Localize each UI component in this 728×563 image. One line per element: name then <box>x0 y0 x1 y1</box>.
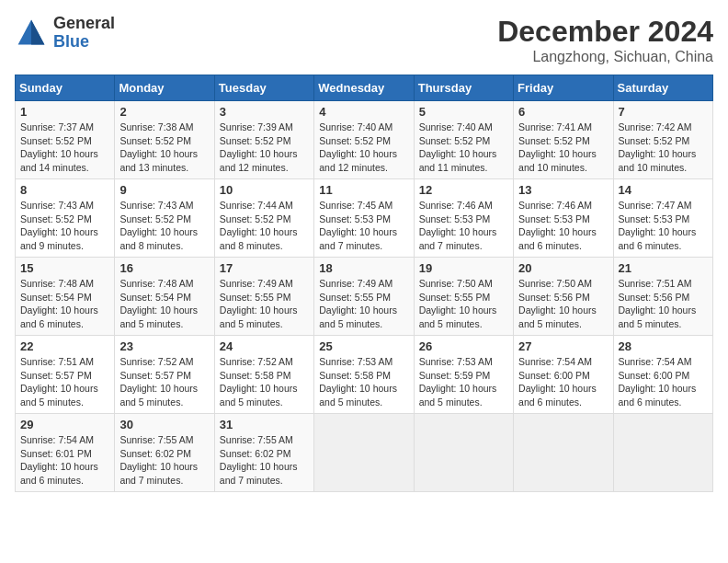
day-detail: Sunrise: 7:55 AMSunset: 6:02 PMDaylight:… <box>220 434 298 486</box>
day-number: 11 <box>319 183 408 197</box>
calendar-week-row: 8 Sunrise: 7:43 AMSunset: 5:52 PMDayligh… <box>16 179 713 258</box>
day-number: 23 <box>119 339 209 353</box>
day-number: 4 <box>319 105 408 119</box>
day-number: 16 <box>119 261 209 275</box>
calendar-cell: 12 Sunrise: 7:46 AMSunset: 5:53 PMDaylig… <box>414 179 513 258</box>
weekday-header-tuesday: Tuesday <box>214 75 313 101</box>
day-number: 19 <box>419 261 508 275</box>
day-detail: Sunrise: 7:40 AMSunset: 5:52 PMDaylight:… <box>319 121 397 173</box>
day-number: 22 <box>20 339 109 353</box>
calendar-cell: 21 Sunrise: 7:51 AMSunset: 5:56 PMDaylig… <box>613 258 712 336</box>
day-detail: Sunrise: 7:52 AMSunset: 5:57 PMDaylight:… <box>119 356 198 408</box>
calendar-cell: 29 Sunrise: 7:54 AMSunset: 6:01 PMDaylig… <box>16 414 115 492</box>
day-number: 14 <box>619 183 708 197</box>
day-detail: Sunrise: 7:45 AMSunset: 5:53 PMDaylight:… <box>319 200 397 251</box>
calendar-cell: 24 Sunrise: 7:52 AMSunset: 5:58 PMDaylig… <box>214 336 313 414</box>
day-detail: Sunrise: 7:40 AMSunset: 5:52 PMDaylight:… <box>419 121 497 173</box>
calendar-cell: 3 Sunrise: 7:39 AMSunset: 5:52 PMDayligh… <box>214 101 313 179</box>
day-detail: Sunrise: 7:41 AMSunset: 5:52 PMDaylight:… <box>518 121 597 173</box>
calendar-cell: 25 Sunrise: 7:53 AMSunset: 5:58 PMDaylig… <box>314 336 414 414</box>
calendar-cell: 10 Sunrise: 7:44 AMSunset: 5:52 PMDaylig… <box>214 179 313 258</box>
calendar-cell <box>613 414 712 492</box>
calendar-cell: 27 Sunrise: 7:54 AMSunset: 6:00 PMDaylig… <box>514 336 613 414</box>
day-detail: Sunrise: 7:48 AMSunset: 5:54 PMDaylight:… <box>119 278 198 329</box>
day-number: 30 <box>119 418 209 431</box>
calendar-cell: 18 Sunrise: 7:49 AMSunset: 5:55 PMDaylig… <box>314 258 414 336</box>
calendar-table: SundayMondayTuesdayWednesdayThursdayFrid… <box>15 75 713 492</box>
day-number: 2 <box>119 105 209 119</box>
calendar-cell: 16 Sunrise: 7:48 AMSunset: 5:54 PMDaylig… <box>115 258 214 336</box>
day-detail: Sunrise: 7:54 AMSunset: 6:00 PMDaylight:… <box>518 356 597 408</box>
calendar-cell: 20 Sunrise: 7:50 AMSunset: 5:56 PMDaylig… <box>514 258 613 336</box>
weekday-header-saturday: Saturday <box>613 75 712 101</box>
day-number: 17 <box>220 261 309 275</box>
day-detail: Sunrise: 7:53 AMSunset: 5:58 PMDaylight:… <box>319 356 397 408</box>
calendar-cell: 30 Sunrise: 7:55 AMSunset: 6:02 PMDaylig… <box>115 414 214 492</box>
day-detail: Sunrise: 7:50 AMSunset: 5:56 PMDaylight:… <box>518 278 597 329</box>
calendar-header-row: SundayMondayTuesdayWednesdayThursdayFrid… <box>16 75 713 101</box>
calendar-cell: 26 Sunrise: 7:53 AMSunset: 5:59 PMDaylig… <box>414 336 513 414</box>
day-detail: Sunrise: 7:53 AMSunset: 5:59 PMDaylight:… <box>419 356 497 408</box>
day-detail: Sunrise: 7:50 AMSunset: 5:55 PMDaylight:… <box>419 278 497 329</box>
day-number: 9 <box>119 183 209 197</box>
day-number: 5 <box>419 105 508 119</box>
calendar-cell: 7 Sunrise: 7:42 AMSunset: 5:52 PMDayligh… <box>613 101 712 179</box>
day-number: 27 <box>518 339 608 353</box>
day-detail: Sunrise: 7:38 AMSunset: 5:52 PMDaylight:… <box>119 121 198 173</box>
month-title: December 2024 <box>497 15 713 49</box>
day-detail: Sunrise: 7:49 AMSunset: 5:55 PMDaylight:… <box>319 278 397 329</box>
day-detail: Sunrise: 7:43 AMSunset: 5:52 PMDaylight:… <box>119 200 198 251</box>
day-number: 13 <box>518 183 608 197</box>
day-detail: Sunrise: 7:46 AMSunset: 5:53 PMDaylight:… <box>419 200 497 251</box>
calendar-cell: 4 Sunrise: 7:40 AMSunset: 5:52 PMDayligh… <box>314 101 414 179</box>
calendar-cell: 9 Sunrise: 7:43 AMSunset: 5:52 PMDayligh… <box>115 179 214 258</box>
calendar-cell <box>314 414 414 492</box>
day-number: 25 <box>319 339 408 353</box>
weekday-header-wednesday: Wednesday <box>314 75 414 101</box>
calendar-cell: 19 Sunrise: 7:50 AMSunset: 5:55 PMDaylig… <box>414 258 513 336</box>
day-number: 18 <box>319 261 408 275</box>
calendar-cell: 14 Sunrise: 7:47 AMSunset: 5:53 PMDaylig… <box>613 179 712 258</box>
day-detail: Sunrise: 7:39 AMSunset: 5:52 PMDaylight:… <box>220 121 298 173</box>
calendar-cell: 28 Sunrise: 7:54 AMSunset: 6:00 PMDaylig… <box>613 336 712 414</box>
calendar-cell: 8 Sunrise: 7:43 AMSunset: 5:52 PMDayligh… <box>16 179 115 258</box>
weekday-header-thursday: Thursday <box>414 75 513 101</box>
day-number: 8 <box>20 183 109 197</box>
calendar-week-row: 1 Sunrise: 7:37 AMSunset: 5:52 PMDayligh… <box>16 101 713 179</box>
day-number: 20 <box>518 261 608 275</box>
calendar-cell: 1 Sunrise: 7:37 AMSunset: 5:52 PMDayligh… <box>16 101 115 179</box>
calendar-cell <box>514 414 613 492</box>
logo-text: General Blue <box>53 15 115 52</box>
day-detail: Sunrise: 7:37 AMSunset: 5:52 PMDaylight:… <box>20 121 98 173</box>
calendar-week-row: 29 Sunrise: 7:54 AMSunset: 6:01 PMDaylig… <box>16 414 713 492</box>
logo-general: General <box>53 15 115 33</box>
calendar-cell: 22 Sunrise: 7:51 AMSunset: 5:57 PMDaylig… <box>16 336 115 414</box>
day-detail: Sunrise: 7:43 AMSunset: 5:52 PMDaylight:… <box>20 200 98 251</box>
calendar-cell: 23 Sunrise: 7:52 AMSunset: 5:57 PMDaylig… <box>115 336 214 414</box>
day-number: 7 <box>619 105 708 119</box>
weekday-header-monday: Monday <box>115 75 214 101</box>
weekday-header-sunday: Sunday <box>16 75 115 101</box>
day-number: 3 <box>220 105 309 119</box>
day-number: 29 <box>20 418 109 431</box>
day-number: 26 <box>419 339 508 353</box>
page-header: General Blue December 2024 Langzhong, Si… <box>15 15 713 65</box>
day-number: 24 <box>220 339 309 353</box>
calendar-week-row: 22 Sunrise: 7:51 AMSunset: 5:57 PMDaylig… <box>16 336 713 414</box>
calendar-cell: 15 Sunrise: 7:48 AMSunset: 5:54 PMDaylig… <box>16 258 115 336</box>
day-detail: Sunrise: 7:52 AMSunset: 5:58 PMDaylight:… <box>220 356 298 408</box>
location-title: Langzhong, Sichuan, China <box>497 49 713 65</box>
day-detail: Sunrise: 7:51 AMSunset: 5:56 PMDaylight:… <box>619 278 697 329</box>
day-number: 1 <box>20 105 109 119</box>
calendar-cell: 17 Sunrise: 7:49 AMSunset: 5:55 PMDaylig… <box>214 258 313 336</box>
day-detail: Sunrise: 7:49 AMSunset: 5:55 PMDaylight:… <box>220 278 298 329</box>
day-detail: Sunrise: 7:47 AMSunset: 5:53 PMDaylight:… <box>619 200 697 251</box>
day-detail: Sunrise: 7:54 AMSunset: 6:01 PMDaylight:… <box>20 434 98 486</box>
day-detail: Sunrise: 7:48 AMSunset: 5:54 PMDaylight:… <box>20 278 98 329</box>
day-detail: Sunrise: 7:51 AMSunset: 5:57 PMDaylight:… <box>20 356 98 408</box>
calendar-week-row: 15 Sunrise: 7:48 AMSunset: 5:54 PMDaylig… <box>16 258 713 336</box>
day-number: 10 <box>220 183 309 197</box>
day-detail: Sunrise: 7:44 AMSunset: 5:52 PMDaylight:… <box>220 200 298 251</box>
day-number: 12 <box>419 183 508 197</box>
weekday-header-friday: Friday <box>514 75 613 101</box>
